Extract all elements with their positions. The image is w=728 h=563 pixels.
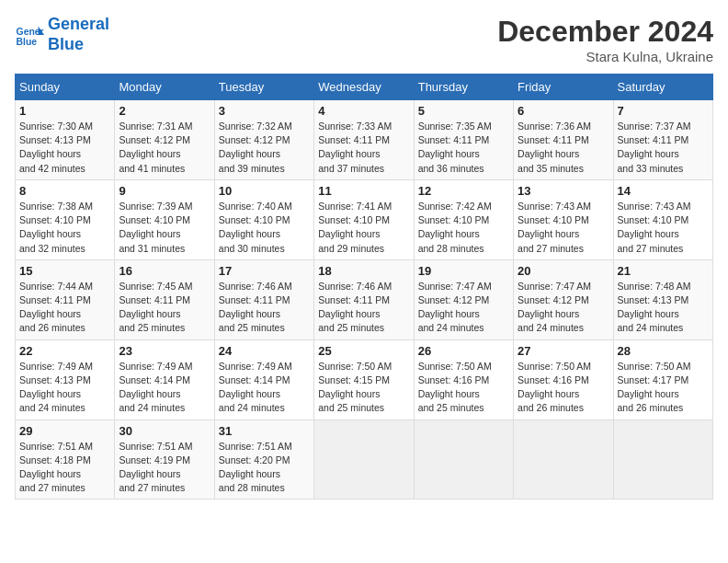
day-info: Sunrise: 7:37 AMSunset: 4:11 PMDaylight …	[618, 121, 691, 174]
calendar-body: 1 Sunrise: 7:30 AMSunset: 4:13 PMDayligh…	[16, 100, 713, 500]
calendar-day: 3 Sunrise: 7:32 AMSunset: 4:12 PMDayligh…	[214, 100, 313, 180]
day-info: Sunrise: 7:43 AMSunset: 4:10 PMDaylight …	[518, 201, 591, 254]
calendar-day: 9 Sunrise: 7:39 AMSunset: 4:10 PMDayligh…	[115, 179, 214, 259]
day-info: Sunrise: 7:47 AMSunset: 4:12 PMDaylight …	[418, 281, 492, 334]
calendar-day: 18 Sunrise: 7:46 AMSunset: 4:11 PMDaylig…	[314, 259, 414, 339]
day-info: Sunrise: 7:46 AMSunset: 4:11 PMDaylight …	[219, 281, 292, 334]
day-info: Sunrise: 7:45 AMSunset: 4:11 PMDaylight …	[119, 281, 192, 334]
day-number: 28	[618, 344, 709, 358]
calendar-day: 23 Sunrise: 7:49 AMSunset: 4:14 PMDaylig…	[115, 339, 214, 419]
day-info: Sunrise: 7:40 AMSunset: 4:10 PMDaylight …	[219, 201, 292, 254]
day-number: 12	[418, 184, 509, 198]
calendar-day: 16 Sunrise: 7:45 AMSunset: 4:11 PMDaylig…	[115, 259, 214, 339]
calendar-day: 7 Sunrise: 7:37 AMSunset: 4:11 PMDayligh…	[613, 100, 712, 180]
calendar-day: 20 Sunrise: 7:47 AMSunset: 4:12 PMDaylig…	[514, 259, 613, 339]
calendar-day: 22 Sunrise: 7:49 AMSunset: 4:13 PMDaylig…	[16, 339, 115, 419]
calendar-day: 25 Sunrise: 7:50 AMSunset: 4:15 PMDaylig…	[314, 339, 414, 419]
calendar-header: SundayMondayTuesdayWednesdayThursdayFrid…	[16, 75, 713, 100]
day-number: 15	[19, 264, 110, 278]
calendar-day: 24 Sunrise: 7:49 AMSunset: 4:14 PMDaylig…	[214, 339, 313, 419]
calendar-day	[613, 419, 712, 500]
month-year: December 2024	[497, 15, 713, 49]
logo: General Blue General Blue	[15, 15, 109, 54]
calendar-day: 1 Sunrise: 7:30 AMSunset: 4:13 PMDayligh…	[16, 100, 115, 180]
day-info: Sunrise: 7:38 AMSunset: 4:10 PMDaylight …	[19, 201, 93, 254]
calendar-day	[514, 419, 613, 500]
day-info: Sunrise: 7:50 AMSunset: 4:16 PMDaylight …	[518, 361, 591, 414]
calendar-day: 4 Sunrise: 7:33 AMSunset: 4:11 PMDayligh…	[314, 100, 414, 180]
header-day: Monday	[115, 75, 214, 100]
day-number: 8	[19, 184, 110, 198]
calendar-week-row: 1 Sunrise: 7:30 AMSunset: 4:13 PMDayligh…	[16, 100, 713, 180]
calendar-week-row: 8 Sunrise: 7:38 AMSunset: 4:10 PMDayligh…	[16, 179, 713, 259]
calendar-day: 17 Sunrise: 7:46 AMSunset: 4:11 PMDaylig…	[214, 259, 313, 339]
calendar-day: 15 Sunrise: 7:44 AMSunset: 4:11 PMDaylig…	[16, 259, 115, 339]
day-number: 4	[318, 104, 409, 118]
day-number: 9	[119, 184, 210, 198]
day-info: Sunrise: 7:39 AMSunset: 4:10 PMDaylight …	[119, 201, 192, 254]
logo-line2: Blue	[48, 35, 84, 53]
header-day: Friday	[514, 75, 613, 100]
day-info: Sunrise: 7:51 AMSunset: 4:20 PMDaylight …	[219, 441, 292, 494]
day-info: Sunrise: 7:36 AMSunset: 4:11 PMDaylight …	[518, 121, 591, 174]
calendar-day: 21 Sunrise: 7:48 AMSunset: 4:13 PMDaylig…	[613, 259, 712, 339]
day-number: 26	[418, 344, 509, 358]
day-number: 20	[518, 264, 609, 278]
day-info: Sunrise: 7:35 AMSunset: 4:11 PMDaylight …	[418, 121, 492, 174]
calendar-day: 6 Sunrise: 7:36 AMSunset: 4:11 PMDayligh…	[514, 100, 613, 180]
day-info: Sunrise: 7:50 AMSunset: 4:16 PMDaylight …	[418, 361, 492, 414]
svg-text:Blue: Blue	[17, 37, 38, 47]
title-block: December 2024 Stara Kulna, Ukraine	[497, 15, 713, 64]
day-number: 13	[518, 184, 609, 198]
day-number: 3	[219, 104, 310, 118]
calendar-day: 11 Sunrise: 7:41 AMSunset: 4:10 PMDaylig…	[314, 179, 414, 259]
day-number: 18	[318, 264, 409, 278]
day-number: 21	[618, 264, 709, 278]
header-day: Tuesday	[214, 75, 313, 100]
calendar-day: 28 Sunrise: 7:50 AMSunset: 4:17 PMDaylig…	[613, 339, 712, 419]
day-number: 23	[119, 344, 210, 358]
calendar-day: 27 Sunrise: 7:50 AMSunset: 4:16 PMDaylig…	[514, 339, 613, 419]
day-info: Sunrise: 7:49 AMSunset: 4:14 PMDaylight …	[219, 361, 292, 414]
day-info: Sunrise: 7:48 AMSunset: 4:13 PMDaylight …	[618, 281, 691, 334]
location: Stara Kulna, Ukraine	[497, 49, 713, 64]
calendar-day: 30 Sunrise: 7:51 AMSunset: 4:19 PMDaylig…	[115, 419, 214, 500]
header-day: Thursday	[414, 75, 513, 100]
day-info: Sunrise: 7:47 AMSunset: 4:12 PMDaylight …	[518, 281, 591, 334]
calendar-day: 29 Sunrise: 7:51 AMSunset: 4:18 PMDaylig…	[16, 419, 115, 500]
calendar-week-row: 29 Sunrise: 7:51 AMSunset: 4:18 PMDaylig…	[16, 419, 713, 500]
day-info: Sunrise: 7:41 AMSunset: 4:10 PMDaylight …	[318, 201, 392, 254]
header-row: SundayMondayTuesdayWednesdayThursdayFrid…	[16, 75, 713, 100]
day-number: 7	[618, 104, 709, 118]
calendar-day: 8 Sunrise: 7:38 AMSunset: 4:10 PMDayligh…	[16, 179, 115, 259]
calendar-day: 13 Sunrise: 7:43 AMSunset: 4:10 PMDaylig…	[514, 179, 613, 259]
logo-line1: General	[48, 15, 109, 33]
day-number: 19	[418, 264, 509, 278]
page-header: General Blue General Blue December 2024 …	[15, 15, 713, 64]
calendar-day	[314, 419, 414, 500]
day-number: 25	[318, 344, 409, 358]
calendar-day	[414, 419, 513, 500]
calendar-day: 19 Sunrise: 7:47 AMSunset: 4:12 PMDaylig…	[414, 259, 513, 339]
day-info: Sunrise: 7:30 AMSunset: 4:13 PMDaylight …	[19, 121, 93, 174]
day-number: 29	[19, 424, 110, 438]
header-day: Wednesday	[314, 75, 414, 100]
day-number: 31	[219, 424, 310, 438]
day-info: Sunrise: 7:44 AMSunset: 4:11 PMDaylight …	[19, 281, 93, 334]
logo-icon: General Blue	[15, 20, 44, 50]
calendar-day: 12 Sunrise: 7:42 AMSunset: 4:10 PMDaylig…	[414, 179, 513, 259]
day-number: 30	[119, 424, 210, 438]
calendar-day: 2 Sunrise: 7:31 AMSunset: 4:12 PMDayligh…	[115, 100, 214, 180]
day-info: Sunrise: 7:31 AMSunset: 4:12 PMDaylight …	[119, 121, 192, 174]
day-number: 14	[618, 184, 709, 198]
logo-text: General Blue	[48, 15, 109, 54]
day-number: 11	[318, 184, 409, 198]
day-number: 17	[219, 264, 310, 278]
day-info: Sunrise: 7:43 AMSunset: 4:10 PMDaylight …	[618, 201, 691, 254]
day-number: 1	[19, 104, 110, 118]
calendar-day: 5 Sunrise: 7:35 AMSunset: 4:11 PMDayligh…	[414, 100, 513, 180]
header-day: Saturday	[613, 75, 712, 100]
day-number: 6	[518, 104, 609, 118]
day-info: Sunrise: 7:50 AMSunset: 4:17 PMDaylight …	[618, 361, 691, 414]
day-number: 16	[119, 264, 210, 278]
